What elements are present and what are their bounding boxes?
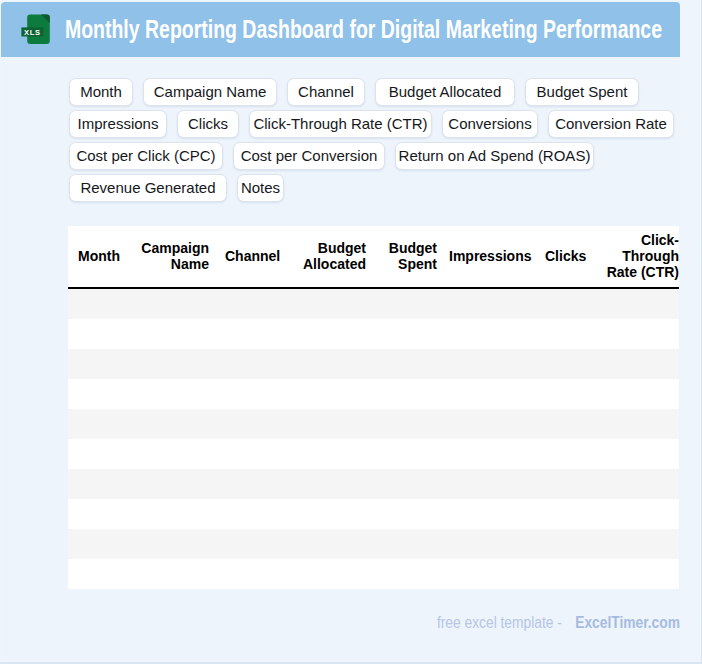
svg-text:XLS: XLS <box>24 27 41 36</box>
